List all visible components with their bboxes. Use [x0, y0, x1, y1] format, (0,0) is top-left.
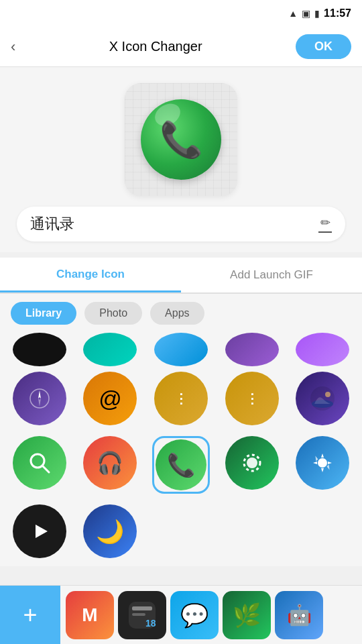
list-item[interactable]: 🌙 — [83, 504, 137, 558]
phone-selected-icon: 📞 — [167, 451, 195, 478]
play-icon — [26, 518, 53, 545]
list-item[interactable] — [225, 436, 279, 490]
list-item[interactable]: ⋮ — [154, 372, 208, 425]
tabs-row: Change Icon Add Launch GIF — [0, 258, 362, 294]
selected-icon-wrapper[interactable]: 📞 — [152, 436, 210, 494]
dock-m-icon: M — [82, 604, 97, 626]
gear-blue-icon — [309, 449, 336, 476]
svg-point-5 — [325, 392, 330, 397]
dock-app-1[interactable]: M — [66, 591, 114, 639]
tab-change-icon[interactable]: Change Icon — [0, 258, 181, 292]
app-name-label: 通讯录 — [30, 214, 74, 234]
filter-apps[interactable]: Apps — [150, 302, 204, 325]
dock-app-5[interactable]: 🤖 — [275, 591, 323, 639]
moon-icon: 🌙 — [96, 518, 124, 545]
pencil-icon: ✏ — [320, 215, 330, 230]
svg-marker-2 — [38, 398, 41, 407]
list-item: 📞 — [156, 439, 206, 490]
list-item[interactable] — [296, 333, 349, 366]
svg-point-10 — [318, 458, 327, 468]
wifi-icon: ▲ — [288, 8, 298, 19]
dock-app-3[interactable]: 💬 — [170, 591, 219, 639]
main-app-icon[interactable]: 📞 — [141, 99, 221, 180]
dock-app-2[interactable]: 18 — [118, 591, 166, 639]
status-bar: ▲ ▣ ▮ 11:57 — [0, 0, 362, 27]
svg-rect-13 — [132, 606, 152, 610]
svg-point-8 — [247, 458, 257, 468]
list-item[interactable] — [13, 372, 66, 425]
compass-icon — [26, 385, 53, 412]
dock-robot-icon: 🤖 — [287, 603, 312, 627]
dots2-icon: ⋮ — [245, 390, 259, 407]
bottom-dock: + M 18 💬 🌿 🤖 — [0, 585, 362, 644]
svg-line-7 — [42, 466, 49, 472]
list-item[interactable] — [296, 372, 349, 425]
filter-library[interactable]: Library — [11, 302, 76, 325]
tab-add-launch-gif[interactable]: Add Launch GIF — [181, 258, 362, 292]
settings-green-icon — [239, 449, 265, 476]
headphone-icon: 🎧 — [97, 450, 123, 476]
list-item[interactable]: ⋮ — [225, 372, 279, 425]
back-button[interactable]: ‹ — [11, 38, 15, 56]
list-item[interactable] — [154, 333, 208, 366]
at-icon: @ — [99, 386, 122, 412]
page-title: X Icon Changer — [109, 39, 202, 54]
svg-rect-14 — [132, 613, 145, 616]
list-item[interactable] — [13, 333, 66, 366]
icon-grid-row3: 🎧 📞 — [0, 433, 362, 502]
battery-icon: ▮ — [314, 8, 320, 19]
dock-leaf-icon: 🌿 — [233, 602, 261, 629]
pencil-underline — [318, 231, 332, 233]
dock-app-4[interactable]: 🌿 — [223, 591, 271, 639]
icon-grid-row2: @ ⋮ ⋮ — [0, 369, 362, 433]
search-green-icon — [26, 449, 53, 476]
dock-board-icon: 18 — [125, 598, 159, 632]
dock-add-button[interactable]: + — [0, 586, 60, 645]
sim-icon: ▣ — [302, 8, 310, 19]
list-item[interactable] — [83, 333, 137, 366]
svg-marker-11 — [36, 525, 48, 538]
list-item[interactable] — [225, 333, 279, 366]
list-item[interactable]: @ — [83, 372, 137, 425]
svg-marker-1 — [38, 390, 41, 398]
list-item[interactable] — [296, 436, 349, 490]
list-item[interactable] — [13, 504, 66, 558]
ok-button[interactable]: OK — [296, 34, 351, 59]
dots-icon: ⋮ — [174, 390, 188, 407]
dock-chat-icon: 💬 — [180, 602, 208, 629]
filter-photo[interactable]: Photo — [84, 302, 142, 325]
dock-apps: M 18 💬 🌿 🤖 — [60, 591, 362, 639]
svg-text:18: 18 — [145, 618, 156, 629]
partial-icon-row — [0, 333, 362, 369]
edit-name-button[interactable]: ✏ — [318, 215, 332, 233]
icon-frame: 📞 — [125, 83, 237, 196]
landscape-icon — [309, 385, 336, 412]
status-time: 11:57 — [324, 7, 351, 19]
top-bar: ‹ X Icon Changer OK — [0, 27, 362, 67]
app-name-row: 通讯录 ✏ — [17, 207, 345, 241]
list-item[interactable] — [13, 436, 66, 490]
icon-grid-row4: 🌙 — [0, 502, 362, 566]
phone-icon: 📞 — [160, 119, 203, 160]
list-item[interactable]: 🎧 — [83, 436, 137, 490]
filter-row: Library Photo Apps — [0, 294, 362, 333]
preview-area: 📞 通讯录 ✏ — [0, 67, 362, 252]
